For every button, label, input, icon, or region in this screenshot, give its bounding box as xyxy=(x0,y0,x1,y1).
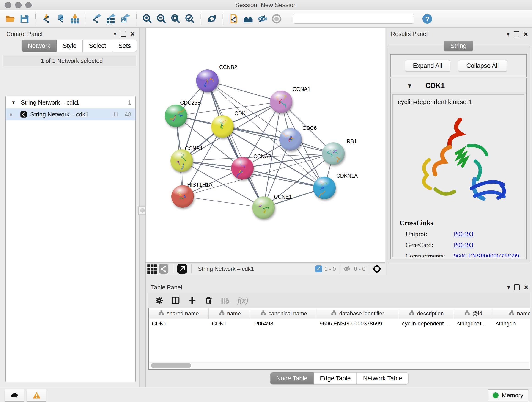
network-tree-row[interactable]: ● String Network – cdk1 11 48 xyxy=(6,108,135,120)
table-cell[interactable]: stringdb xyxy=(493,319,530,329)
export-network-button[interactable] xyxy=(90,12,104,26)
network-edge[interactable] xyxy=(207,81,264,208)
node-HIST1H1A[interactable] xyxy=(171,185,194,208)
expand-all-button[interactable]: Expand All xyxy=(405,60,450,71)
collapse-triangle-icon[interactable]: ▼ xyxy=(407,82,413,89)
grid-view-icon[interactable] xyxy=(146,262,158,276)
tab-network[interactable]: Network xyxy=(22,40,57,52)
node-CCNA2[interactable] xyxy=(231,157,254,179)
birds-eye-crosshair-icon[interactable] xyxy=(372,264,382,274)
table-cell[interactable]: stringdb:9... xyxy=(454,319,493,329)
node-CDC6[interactable] xyxy=(279,128,302,151)
cloud-button[interactable] xyxy=(5,389,24,402)
tree-expander-icon[interactable]: ▼ xyxy=(11,100,16,105)
tab-string[interactable]: String xyxy=(444,41,473,51)
zoom-out-button[interactable] xyxy=(154,12,169,26)
bridgedb-button[interactable] xyxy=(241,12,255,26)
node-CCNA1[interactable] xyxy=(270,90,292,113)
save-session-button[interactable] xyxy=(17,12,32,26)
node-CCNB1[interactable] xyxy=(171,149,193,172)
open-session-button[interactable] xyxy=(3,12,17,26)
panel-close-icon[interactable]: × xyxy=(130,31,135,37)
node-label-RB1: RB1 xyxy=(347,138,357,145)
node-label-CCNB1: CCNB1 xyxy=(185,146,203,152)
column-header-database-identifier[interactable]: database identifier xyxy=(317,308,399,319)
collapse-all-button[interactable]: Collapse All xyxy=(458,60,507,71)
search-input[interactable] xyxy=(293,14,414,24)
panel-float-icon[interactable] xyxy=(514,284,520,290)
table-cell[interactable]: CDK1 xyxy=(149,319,209,329)
selected-checkbox[interactable]: ✓ xyxy=(315,265,322,272)
zoom-fit-button[interactable] xyxy=(169,12,183,26)
string-import-button[interactable] xyxy=(227,12,241,26)
table-cell[interactable]: CDK1 xyxy=(209,319,251,329)
control-panel-title: Control Panel xyxy=(6,31,43,38)
table-cell[interactable]: P06493 xyxy=(251,319,317,329)
selected-node-edge-count: 1 - 0 xyxy=(324,266,336,272)
tab-network-table[interactable]: Network Table xyxy=(357,372,409,384)
node-CDK1[interactable] xyxy=(211,115,234,138)
panel-float-icon[interactable] xyxy=(514,31,519,37)
share-network-icon[interactable] xyxy=(158,262,170,276)
panel-menu-icon[interactable]: ▾ xyxy=(114,31,116,37)
network-edge[interactable] xyxy=(183,153,333,196)
import-network-from-database-button[interactable] xyxy=(54,12,68,26)
crosslink-link[interactable]: 9606.ENSP00000378699 xyxy=(454,252,519,257)
scrollbar-thumb[interactable] xyxy=(151,363,191,368)
crosslink-link[interactable]: P06493 xyxy=(454,230,473,238)
table-options-gear-icon[interactable] xyxy=(155,296,164,305)
panel-close-icon[interactable]: × xyxy=(523,31,528,37)
node-CCNB2[interactable] xyxy=(196,70,219,92)
table-cell[interactable]: cyclin-dependent ... xyxy=(399,319,454,329)
column-header-name[interactable]: name xyxy=(209,308,251,319)
column-header-canonical-name[interactable]: canonical name xyxy=(251,308,317,319)
refresh-button[interactable] xyxy=(205,12,219,26)
zoom-selected-button[interactable] xyxy=(183,12,197,26)
tab-node-table[interactable]: Node Table xyxy=(270,372,314,384)
hidden-node-edge-count: 0 - 0 xyxy=(354,266,365,272)
network-edge[interactable] xyxy=(242,168,324,188)
network-edge[interactable] xyxy=(183,196,264,208)
table-cell[interactable]: 9606.ENSP00000378699 xyxy=(317,319,399,329)
column-header-description[interactable]: description xyxy=(399,308,454,319)
tab-style[interactable]: Style xyxy=(57,40,83,52)
help-button[interactable]: ? xyxy=(420,12,434,26)
crosslink-label: Compartments: xyxy=(405,252,454,257)
memory-button[interactable]: Memory xyxy=(488,389,528,401)
import-network-from-file-button[interactable] xyxy=(39,12,54,26)
import-table-from-file-button[interactable] xyxy=(68,12,82,26)
crosslink-link[interactable]: P06493 xyxy=(454,241,473,249)
node-CDC25B[interactable] xyxy=(165,104,187,127)
column-type-icon xyxy=(464,310,470,317)
tab-edge-table[interactable]: Edge Table xyxy=(314,372,357,384)
tab-select[interactable]: Select xyxy=(83,40,112,52)
vertical-splitter[interactable] xyxy=(139,27,146,387)
column-header-@id[interactable]: @id xyxy=(454,308,493,319)
panel-menu-icon[interactable]: ▾ xyxy=(507,32,510,37)
zoom-in-button[interactable] xyxy=(140,12,154,26)
warnings-button[interactable] xyxy=(27,389,46,402)
panel-close-icon[interactable]: × xyxy=(524,284,528,290)
detach-view-icon[interactable] xyxy=(176,262,188,276)
hide-toggle-button[interactable] xyxy=(255,12,269,26)
network-tree-row[interactable]: ▼ String Network – cdk1 1 xyxy=(6,96,135,108)
add-column-icon[interactable] xyxy=(188,296,196,305)
node-RB1[interactable] xyxy=(322,142,345,165)
export-table-button[interactable] xyxy=(104,12,118,26)
node-CDKN1A[interactable] xyxy=(313,177,336,199)
column-header-shared-name[interactable]: shared name xyxy=(149,308,209,319)
delete-column-icon[interactable] xyxy=(204,296,213,305)
results-section-header[interactable]: ▼ CDK1 xyxy=(391,78,526,93)
table-row[interactable]: CDK1CDK1P064939606.ENSP00000378699cyclin… xyxy=(149,319,530,329)
export-image-button[interactable] xyxy=(118,12,133,26)
network-share-icon xyxy=(20,111,27,118)
panel-menu-icon[interactable]: ▾ xyxy=(507,285,510,290)
tab-sets[interactable]: Sets xyxy=(112,40,137,52)
network-canvas[interactable]: CCNB2CCNA1CDC25BCDK1CDC6RB1CCNB1CCNA2CDK… xyxy=(146,28,385,262)
column-type-icon xyxy=(509,310,515,317)
panel-float-icon[interactable] xyxy=(120,31,126,37)
show-columns-icon[interactable] xyxy=(171,296,180,305)
column-header-namespace[interactable]: namespace xyxy=(493,308,530,319)
node-CCNE1[interactable] xyxy=(252,196,275,219)
table-horizontal-scrollbar[interactable] xyxy=(149,362,529,369)
